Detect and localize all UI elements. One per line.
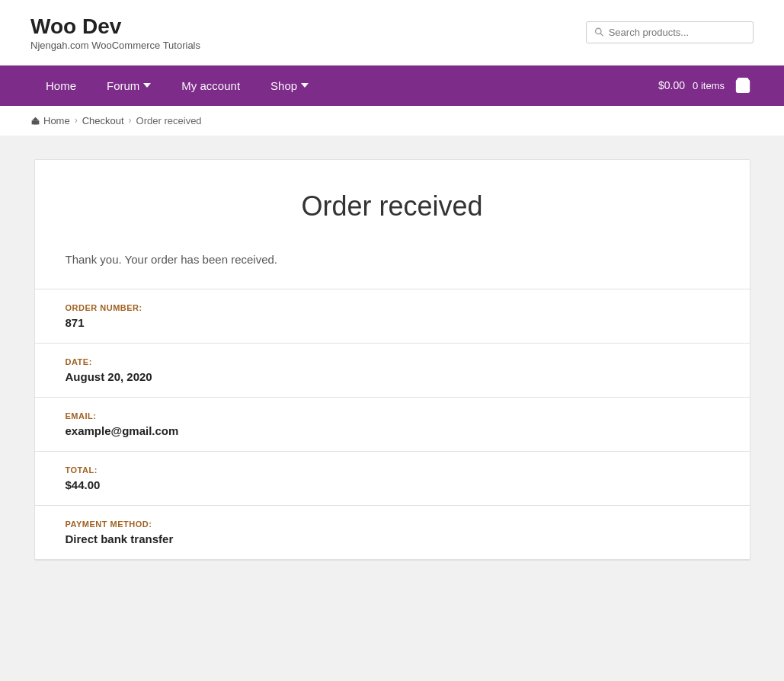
site-nav: Home Forum My account Shop $0.00 0 items xyxy=(0,66,784,106)
home-icon xyxy=(30,116,40,126)
order-detail-value: Direct bank transfer xyxy=(66,532,719,545)
main-content: Order received Thank you. Your order has… xyxy=(19,159,766,561)
order-detail-label: PAYMENT METHOD: xyxy=(66,520,719,529)
cart-count: 0 items xyxy=(693,80,725,91)
order-detail-value: example@gmail.com xyxy=(66,424,719,437)
chevron-down-icon xyxy=(143,82,151,89)
order-detail-label: TOTAL: xyxy=(66,465,719,475)
nav-item-myaccount[interactable]: My account xyxy=(166,66,255,106)
breadcrumb-sep-1: › xyxy=(75,115,78,126)
nav-link-shop[interactable]: Shop xyxy=(255,66,324,106)
nav-links: Home Forum My account Shop xyxy=(30,66,324,106)
search-input[interactable] xyxy=(609,27,745,38)
cart-icon xyxy=(734,77,751,94)
breadcrumb-home-link[interactable]: Home xyxy=(30,115,70,126)
nav-item-shop[interactable]: Shop xyxy=(255,66,324,106)
svg-line-1 xyxy=(600,34,603,36)
breadcrumb-wrap: Home › Checkout › Order received xyxy=(0,106,784,136)
breadcrumb-current: Order received xyxy=(136,115,202,126)
order-detail-label: EMAIL: xyxy=(66,411,719,420)
cart-price: $0.00 xyxy=(658,79,685,91)
site-branding: Woo Dev Njengah.com WooCommerce Tutorial… xyxy=(30,14,200,51)
page-title: Order received xyxy=(66,190,719,222)
breadcrumb: Home › Checkout › Order received xyxy=(30,115,754,126)
thank-you-message: Thank you. Your order has been received. xyxy=(66,253,719,266)
order-detail-row: EMAIL:example@gmail.com xyxy=(35,398,750,452)
cart-icon-wrap[interactable] xyxy=(732,75,754,96)
cart-area[interactable]: $0.00 0 items xyxy=(658,75,754,96)
nav-link-forum[interactable]: Forum xyxy=(91,66,166,106)
order-detail-label: ORDER NUMBER: xyxy=(66,303,719,312)
order-details: ORDER NUMBER:871DATE:August 20, 2020EMAI… xyxy=(35,289,750,560)
order-detail-value: $44.00 xyxy=(66,478,719,491)
order-detail-row: ORDER NUMBER:871 xyxy=(35,289,750,344)
site-header: Woo Dev Njengah.com WooCommerce Tutorial… xyxy=(0,0,784,66)
search-icon xyxy=(594,27,604,37)
breadcrumb-sep-2: › xyxy=(129,115,132,126)
site-tagline: Njengah.com WooCommerce Tutorials xyxy=(30,40,200,51)
nav-link-home[interactable]: Home xyxy=(30,66,91,106)
chevron-down-icon xyxy=(301,82,309,89)
nav-item-home[interactable]: Home xyxy=(30,66,91,106)
order-detail-row: DATE:August 20, 2020 xyxy=(35,344,750,398)
order-detail-row: PAYMENT METHOD:Direct bank transfer xyxy=(35,506,750,560)
breadcrumb-checkout-link[interactable]: Checkout xyxy=(82,115,124,126)
nav-link-myaccount[interactable]: My account xyxy=(166,66,255,106)
order-detail-value: August 20, 2020 xyxy=(66,370,719,383)
nav-item-forum[interactable]: Forum xyxy=(91,66,166,106)
search-form[interactable] xyxy=(586,21,754,43)
order-received-card: Order received Thank you. Your order has… xyxy=(34,159,750,561)
order-detail-value: 871 xyxy=(66,316,719,329)
order-detail-label: DATE: xyxy=(66,357,719,366)
order-detail-row: TOTAL:$44.00 xyxy=(35,452,750,506)
site-title: Woo Dev xyxy=(30,14,200,40)
